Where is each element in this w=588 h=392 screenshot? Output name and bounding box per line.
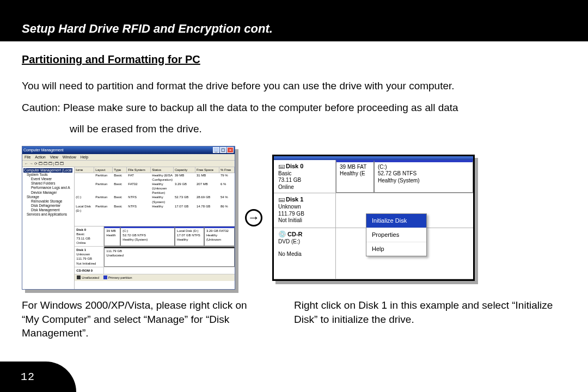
page-title-bar: Setup Hard Drive RFID and Encryption con…: [0, 16, 588, 41]
menu-help[interactable]: Help: [366, 242, 426, 256]
arrow-right-icon: →: [245, 209, 262, 226]
disk0-row[interactable]: Disk 0 Basic 73.11 GB Online 39 MBHealth…: [75, 226, 235, 247]
window-title: Computer Management: [23, 148, 64, 152]
tree-system-tools[interactable]: System Tools: [23, 173, 73, 177]
table-row: (C:)PartitionBasicNTFSHealthy (System)52…: [75, 195, 235, 204]
volume-table-rows: PartitionBasicFATHealthy (EISA Configura…: [75, 173, 235, 213]
maximize-icon[interactable]: ▢: [220, 147, 226, 153]
cdrom-icon: 💿: [278, 230, 286, 238]
caption-right: Right click on Disk 1 in this example an…: [294, 298, 566, 340]
tree-defrag[interactable]: Disk Defragmenter: [23, 204, 73, 208]
disk1-row[interactable]: Disk 1 Unknown 111.79 GB Not Initialized…: [75, 247, 235, 267]
cdrom-row[interactable]: CD-ROM 0: [75, 267, 235, 274]
tree-perf-logs[interactable]: Performance Logs and A: [23, 186, 73, 190]
tree-removable[interactable]: Removable Storage: [23, 199, 73, 204]
menu-help[interactable]: Help: [81, 155, 88, 160]
figure-computer-management: Computer Management _ ▢ × File Action Vi…: [22, 146, 235, 290]
paragraph-1: You will need to partition and format th…: [22, 79, 566, 93]
menu-initialize-disk[interactable]: Initialize Disk: [366, 214, 426, 228]
minimize-icon[interactable]: _: [213, 147, 219, 153]
menu-file[interactable]: File: [24, 155, 30, 160]
context-menu: Initialize Disk Properties Help: [366, 213, 427, 257]
table-row: Local Disk (D:)PartitionBasicNTFSHealthy…: [75, 204, 235, 213]
menu-window[interactable]: Window: [63, 155, 76, 160]
paragraph-2-line1: Caution: Please make sure to backup all …: [22, 101, 566, 115]
section-heading: Partitioning and Formatting for PC: [22, 52, 566, 67]
page-number: 12: [0, 362, 76, 392]
page-title: Setup Hard Drive RFID and Encryption con…: [22, 22, 273, 35]
tree-device-manager[interactable]: Device Manager: [23, 191, 73, 195]
window-titlebar: Computer Management _ ▢ ×: [22, 146, 235, 154]
toolbar: ← → ⟳ 🗔 🗔 🗔 | 🗔 🗔: [22, 161, 235, 167]
menu-view[interactable]: View: [50, 155, 58, 160]
menu-action[interactable]: Action: [35, 155, 45, 160]
tree-disk-mgmt[interactable]: Disk Management: [23, 208, 73, 212]
volume-table-header: lume Layout Type File System Status Capa…: [75, 167, 235, 173]
table-row: PartitionBasicFAT32Healthy (Unknown Part…: [75, 182, 235, 195]
tree-root[interactable]: Computer Management (Local: [23, 168, 72, 173]
top-black-gap: [0, 0, 588, 16]
tree-services[interactable]: Services and Applications: [23, 212, 73, 217]
caption-left: For Windows 2000/XP/Vista, please right …: [22, 298, 261, 340]
legend: Unallocated Primary partition: [75, 274, 235, 281]
menu-properties[interactable]: Properties: [366, 228, 426, 242]
close-icon[interactable]: ×: [227, 147, 234, 153]
disk-uninit-icon: 🖴: [278, 195, 285, 203]
f2-disk0-row[interactable]: 🖴Disk 0 Basic 73.11 GB Online 39 MB FATH…: [274, 160, 473, 194]
toolbar-icons[interactable]: ← → ⟳ 🗔 🗔 🗔 | 🗔 🗔: [24, 161, 64, 166]
menu-bar: File Action View Window Help: [22, 154, 235, 161]
disk-icon: 🖴: [278, 162, 285, 170]
tree-panel: Computer Management (Local System Tools …: [22, 167, 75, 289]
tree-event-viewer[interactable]: Event Viewer: [23, 177, 73, 181]
table-row: PartitionBasicFATHealthy (EISA Configura…: [75, 173, 235, 182]
paragraph-2-line2: will be erased from the drive.: [22, 122, 566, 136]
tree-storage[interactable]: Storage: [23, 195, 73, 199]
tree-shared-folders[interactable]: Shared Folders: [23, 181, 73, 186]
